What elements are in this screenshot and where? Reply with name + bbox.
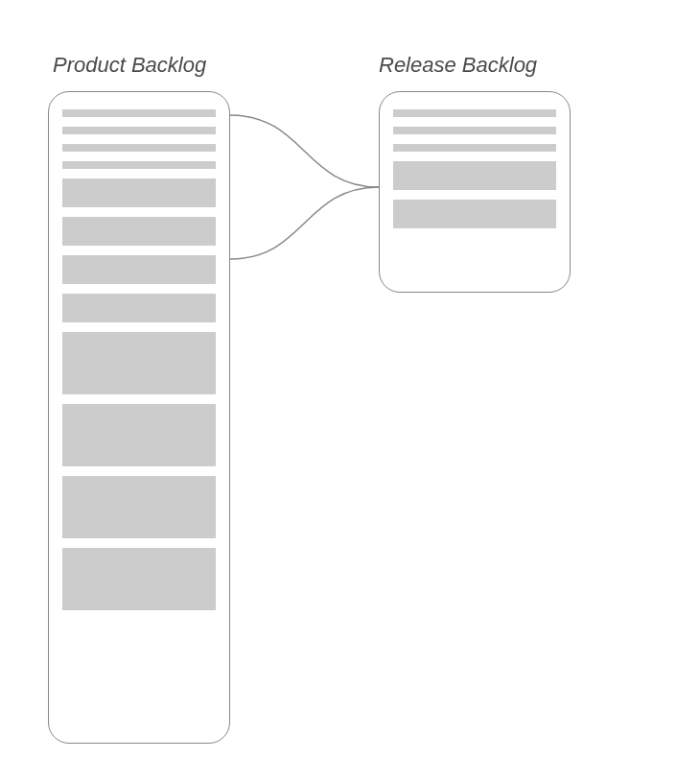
backlog-item	[62, 548, 216, 610]
backlog-item	[393, 109, 556, 117]
backlog-item	[62, 217, 216, 246]
backlog-item	[393, 200, 556, 228]
product-backlog-title: Product Backlog	[53, 53, 206, 78]
backlog-item	[393, 161, 556, 190]
backlog-item	[62, 161, 216, 169]
backlog-item	[62, 127, 216, 134]
release-backlog-panel	[379, 91, 571, 293]
backlog-item	[62, 404, 216, 466]
backlog-item	[62, 109, 216, 117]
release-backlog-title: Release Backlog	[379, 53, 537, 78]
backlog-item	[62, 178, 216, 207]
backlog-item	[393, 127, 556, 134]
backlog-item	[62, 144, 216, 152]
backlog-item	[393, 144, 556, 152]
backlog-item	[62, 332, 216, 394]
backlog-item	[62, 294, 216, 322]
backlog-item	[62, 476, 216, 538]
backlog-item	[62, 255, 216, 284]
product-backlog-panel	[48, 91, 230, 744]
